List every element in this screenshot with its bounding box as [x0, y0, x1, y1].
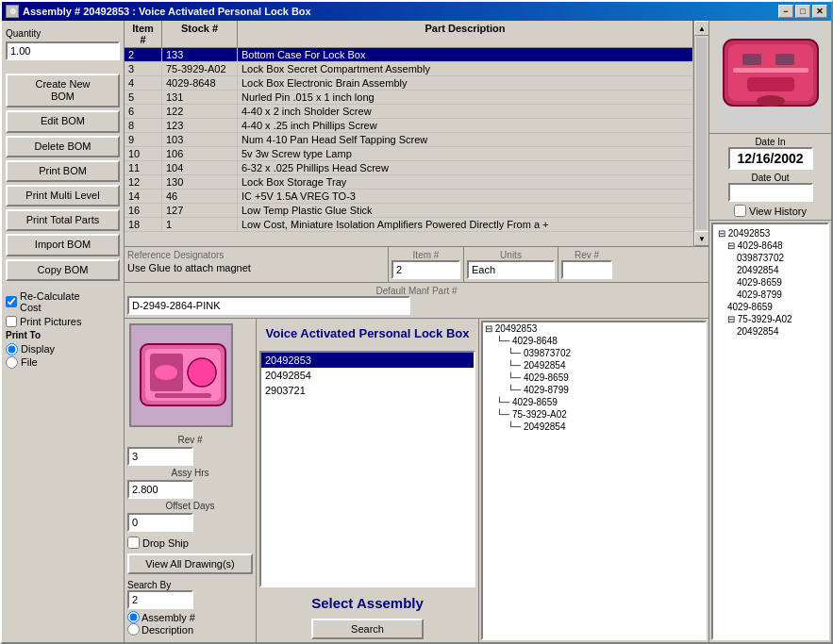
table-row[interactable]: 6 122 4-40 x 2 inch Sholder Screw — [125, 105, 693, 119]
print-pictures-checkbox[interactable] — [6, 316, 17, 327]
recalculate-cost-checkbox[interactable] — [6, 296, 17, 307]
app-icon: ⚙ — [6, 5, 19, 18]
table-cell-desc: Bottom Case For Lock Box — [238, 48, 693, 61]
bom-tree-item[interactable]: 039873702 — [716, 252, 825, 264]
bom-tree-item[interactable]: ⊟ 75-3929-A02 — [716, 313, 825, 325]
copy-bom-button[interactable]: Copy BOM — [6, 259, 120, 281]
table-cell-stock: 127 — [162, 204, 238, 217]
table-row[interactable]: 14 46 IC +5V 1.5A VREG TO-3 — [125, 190, 693, 204]
units-label: Units — [467, 250, 555, 260]
quantity-input[interactable] — [6, 41, 120, 60]
table-cell-desc: Nurled Pin .015 x 1 inch long — [238, 91, 693, 104]
view-history-checkbox[interactable] — [734, 205, 746, 217]
table-cell-desc: 4-40 x .25 inch Phillips Screw — [238, 119, 693, 132]
bom-tree-section[interactable]: ⊟ 20492853⊟ 4029-8648 039873702 20492854… — [711, 223, 829, 640]
scroll-thumb[interactable] — [696, 38, 707, 229]
edit-bom-button[interactable]: Edit BOM — [6, 110, 120, 132]
table-scrollbar[interactable]: ▲ ▼ — [693, 21, 708, 246]
create-new-bom-button[interactable]: Create NewBOM — [6, 74, 120, 107]
bom-tree-item[interactable]: 20492854 — [716, 264, 825, 276]
table-row[interactable]: 2 133 Bottom Case For Lock Box — [125, 48, 693, 62]
print-bom-button[interactable]: Print BOM — [6, 160, 120, 182]
minimize-button[interactable]: − — [778, 5, 793, 18]
assembly-item[interactable]: 2903721 — [261, 383, 474, 398]
table-cell-item: 12 — [125, 175, 162, 189]
import-bom-button[interactable]: Import BOM — [6, 234, 120, 256]
manf-part-input[interactable] — [127, 296, 410, 315]
table-cell-item: 11 — [125, 161, 162, 174]
units-input[interactable] — [467, 260, 555, 279]
table-row[interactable]: 12 130 Lock Box Storage Tray — [125, 175, 693, 190]
search-by-section: Search By Assembly # Description — [125, 577, 256, 638]
search-button[interactable]: Search — [311, 619, 424, 639]
quantity-label: Quantity — [6, 28, 120, 39]
maximize-button[interactable]: □ — [795, 5, 810, 18]
table-row[interactable]: 9 103 Num 4-10 Pan Head Self Tapping Scr… — [125, 133, 693, 147]
table-body[interactable]: 2 133 Bottom Case For Lock Box 3 75-3929… — [125, 48, 693, 246]
print-display-row: Display — [6, 343, 120, 355]
scroll-up-button[interactable]: ▲ — [694, 21, 708, 36]
rev-label-top: Rev # — [561, 250, 612, 260]
close-button[interactable]: ✕ — [812, 5, 827, 18]
table-row[interactable]: 4 4029-8648 Lock Box Electronic Brain As… — [125, 76, 693, 91]
tree-item[interactable]: └─ 20492854 — [483, 359, 705, 372]
assy-hrs-input[interactable] — [127, 480, 193, 499]
table-row[interactable]: 11 104 6-32 x .025 Phillips Head Screw — [125, 161, 693, 175]
top-photo-svg — [719, 25, 823, 129]
drop-ship-checkbox[interactable] — [127, 537, 140, 549]
recalculate-cost-row: Re-CalculateCost — [6, 290, 120, 313]
print-display-radio[interactable] — [6, 343, 18, 355]
assembly-item[interactable]: 20492854 — [261, 368, 474, 383]
delete-bom-button[interactable]: Delete BOM — [6, 136, 120, 157]
print-total-parts-button[interactable]: Print Total Parts — [6, 209, 120, 231]
table-row[interactable]: 8 123 4-40 x .25 inch Phillips Screw — [125, 119, 693, 133]
rev-assy-section: Rev # Assy Hrs Offset Days — [125, 432, 256, 535]
scroll-down-button[interactable]: ▼ — [694, 231, 708, 246]
table-cell-desc: 5v 3w Screw type Lamp — [238, 147, 693, 160]
tree-item[interactable]: └─ 20492854 — [483, 421, 705, 433]
table-cell-stock: 4029-8648 — [162, 76, 238, 90]
tree-item[interactable]: └─ 039873702 — [483, 347, 705, 359]
table-row[interactable]: 16 127 Low Temp Plastic Glue Stick — [125, 204, 693, 218]
select-assembly-label: Select Assembly — [257, 590, 478, 616]
tree-item[interactable]: └─ 75-3929-A02 — [483, 408, 705, 421]
search-description-radio[interactable] — [127, 623, 140, 636]
bom-tree-item[interactable]: 20492854 — [716, 325, 825, 338]
table-row[interactable]: 3 75-3929-A02 Lock Box Secret Compartmen… — [125, 62, 693, 76]
assembly-item[interactable]: 20492853 — [261, 353, 474, 368]
offset-days-input[interactable] — [127, 513, 193, 532]
view-drawings-button[interactable]: View All Drawing(s) — [127, 553, 253, 574]
tree-item[interactable]: └─ 4029-8799 — [483, 384, 705, 396]
rev-input-top[interactable] — [561, 260, 612, 279]
search-input[interactable] — [127, 590, 193, 609]
print-file-radio[interactable] — [6, 356, 18, 369]
bom-tree-item[interactable]: 4029-8659 — [716, 301, 825, 313]
print-multi-level-button[interactable]: Print Multi Level — [6, 185, 120, 206]
tree-item[interactable]: ⊟ 20492853 — [483, 322, 705, 335]
table-row[interactable]: 10 106 5v 3w Screw type Lamp — [125, 147, 693, 161]
search-assembly-label: Assembly # — [142, 612, 195, 623]
tree-item[interactable]: └─ 4029-8648 — [483, 335, 705, 347]
table-cell-desc: Lock Box Secret Compartment Assembly — [238, 62, 693, 75]
table-row[interactable]: 18 1 Low Cost, Miniature Isolation Ampli… — [125, 218, 693, 232]
tree-view[interactable]: ⊟ 20492853└─ 4029-8648└─ 039873702└─ 204… — [481, 321, 707, 640]
search-assembly-radio[interactable] — [127, 611, 140, 623]
print-pictures-label: Print Pictures — [20, 316, 81, 327]
table-cell-stock: 46 — [162, 190, 238, 203]
bom-tree-item[interactable]: ⊟ 4029-8648 — [716, 239, 825, 252]
assembly-list[interactable]: 20492853204928542903721 — [259, 351, 475, 587]
tree-item[interactable]: └─ 4029-8659 — [483, 396, 705, 408]
rev-input-bottom[interactable] — [127, 447, 193, 466]
table-row[interactable]: 5 131 Nurled Pin .015 x 1 inch long — [125, 91, 693, 105]
table-cell-stock: 131 — [162, 91, 238, 104]
tree-item[interactable]: └─ 4029-8659 — [483, 372, 705, 384]
print-pictures-row: Print Pictures — [6, 316, 120, 327]
item-units-rev: Item # Units Rev # — [389, 247, 708, 282]
item-no-input[interactable] — [392, 260, 460, 279]
table-cell-item: 16 — [125, 204, 162, 217]
svg-rect-12 — [775, 54, 794, 65]
bom-tree-item[interactable]: 4029-8799 — [716, 289, 825, 301]
bom-tree-item[interactable]: ⊟ 20492853 — [716, 227, 825, 239]
ref-designators-section: Reference Designators Use Glue to attach… — [125, 247, 389, 282]
bom-tree-item[interactable]: 4029-8659 — [716, 276, 825, 289]
